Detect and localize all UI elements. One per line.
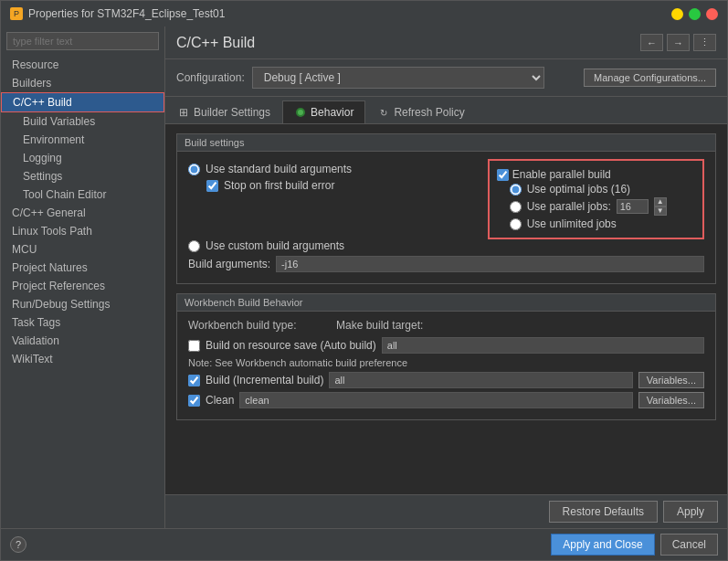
sidebar-item-logging[interactable]: Logging (1, 149, 164, 167)
stop-on-error-checkbox[interactable] (206, 180, 218, 192)
tab-builder-settings[interactable]: ⊞ Builder Settings (165, 101, 282, 123)
workbench-content: Workbench build type: Make build target:… (177, 312, 715, 419)
spin-buttons: ▲ ▼ (654, 197, 667, 216)
spin-up[interactable]: ▲ (654, 197, 667, 206)
config-row: Configuration: Debug [ Active ] Manage C… (165, 59, 727, 97)
footer-right: Apply and Close Cancel (551, 534, 718, 556)
title-bar-controls (671, 8, 718, 20)
parallel-jobs-row: Use parallel jobs: ▲ ▼ (510, 197, 695, 216)
forward-button[interactable]: → (667, 34, 690, 51)
use-custom-label: Use custom build arguments (206, 239, 344, 252)
config-label: Configuration: (176, 71, 245, 84)
manage-configurations-button[interactable]: Manage Configurations... (584, 69, 716, 87)
workbench-header: Workbench Build Behavior (177, 294, 715, 312)
maximize-button[interactable] (689, 8, 701, 20)
apply-and-close-button[interactable]: Apply and Close (551, 534, 654, 556)
parallel-jobs-radio[interactable] (510, 201, 522, 213)
incremental-build-checkbox[interactable] (188, 375, 200, 386)
tab-refresh-policy[interactable]: ↻ Refresh Policy (365, 101, 476, 123)
sidebar-item-cpp-general[interactable]: C/C++ General (1, 204, 164, 222)
green-circle-icon (294, 106, 307, 119)
sidebar-item-resource[interactable]: Resource (1, 56, 164, 74)
config-select[interactable]: Debug [ Active ] (252, 67, 544, 89)
stop-on-error-row: Stop on first build error (206, 179, 472, 192)
auto-build-input[interactable] (382, 337, 704, 354)
main-window: P Properties for STM32F4_Eclipse_Test01 … (0, 0, 728, 561)
optimal-jobs-label: Use optimal jobs (16) (527, 183, 630, 196)
parallel-options: Use optimal jobs (16) Use parallel jobs:… (510, 183, 695, 230)
sidebar-item-project-natures[interactable]: Project Natures (1, 259, 164, 277)
refresh-icon: ↻ (377, 106, 390, 119)
cancel-button[interactable]: Cancel (660, 534, 718, 556)
sidebar-item-builders[interactable]: Builders (1, 74, 164, 92)
title-bar-left: P Properties for STM32F4_Eclipse_Test01 (10, 7, 225, 20)
auto-build-checkbox[interactable] (188, 340, 200, 352)
enable-parallel-checkbox[interactable] (497, 169, 509, 181)
footer-left: ? (10, 536, 26, 553)
spin-down[interactable]: ▼ (654, 206, 667, 216)
parallel-jobs-input[interactable] (617, 199, 649, 214)
apply-button[interactable]: Apply (663, 501, 718, 523)
restore-defaults-button[interactable]: Restore Defaults (549, 501, 658, 523)
workbench-section: Workbench Build Behavior Workbench build… (176, 293, 716, 420)
stop-on-error-label: Stop on first build error (224, 179, 334, 192)
auto-build-row: Build on resource save (Auto build) (188, 337, 704, 354)
tab-refresh-policy-label: Refresh Policy (394, 106, 464, 119)
tab-behavior[interactable]: Behavior (282, 101, 365, 123)
unlimited-jobs-row: Use unlimited jobs (510, 217, 695, 230)
right-panel: C/C++ Build ← → ⋮ Configuration: Debug [… (165, 26, 727, 528)
sidebar-item-build-variables[interactable]: Build Variables (1, 112, 164, 131)
clean-row: Clean Variables... (188, 392, 704, 408)
build-args-input[interactable] (276, 256, 704, 272)
sidebar-item-wikitext[interactable]: WikiText (1, 350, 164, 368)
optimal-jobs-radio[interactable] (510, 184, 522, 196)
minimize-button[interactable] (671, 8, 683, 20)
use-standard-row: Use standard build arguments (188, 163, 472, 175)
clean-input[interactable] (239, 392, 632, 408)
footer-bar: ? Apply and Close Cancel (1, 528, 727, 560)
bottom-bar: Restore Defaults Apply (165, 494, 727, 528)
sidebar-item-mcu[interactable]: MCU (1, 240, 164, 259)
content-area: Build settings Use standard build argume… (165, 124, 727, 494)
close-button[interactable] (706, 8, 718, 20)
back-button[interactable]: ← (640, 34, 663, 51)
tab-builder-settings-label: Builder Settings (194, 106, 270, 119)
unlimited-jobs-radio[interactable] (510, 218, 522, 230)
grid-icon: ⊞ (177, 106, 190, 119)
variables-button-1[interactable]: Variables... (638, 372, 704, 388)
use-custom-row: Use custom build arguments (188, 239, 704, 252)
panel-nav: ← → ⋮ (640, 34, 716, 51)
build-args-label: Build arguments: (188, 258, 270, 270)
use-standard-radio[interactable] (188, 164, 200, 175)
sidebar-item-run-debug-settings[interactable]: Run/Debug Settings (1, 295, 164, 313)
build-args-row: Build arguments: (188, 256, 704, 272)
workbench-type-label: Workbench build type: (188, 319, 325, 332)
sidebar: Resource Builders C/C++ Build Build Vari… (1, 26, 165, 528)
main-content: Resource Builders C/C++ Build Build Vari… (1, 26, 727, 528)
sidebar-item-project-references[interactable]: Project References (1, 277, 164, 295)
sidebar-item-linux-tools-path[interactable]: Linux Tools Path (1, 222, 164, 240)
sidebar-item-settings[interactable]: Settings (1, 167, 164, 185)
variables-button-2[interactable]: Variables... (638, 392, 704, 408)
parallel-jobs-label: Use parallel jobs: (527, 200, 611, 213)
incremental-build-input[interactable] (329, 372, 632, 388)
optimal-jobs-row: Use optimal jobs (16) (510, 183, 695, 196)
panel-header: C/C++ Build ← → ⋮ (165, 26, 727, 59)
sidebar-item-environment[interactable]: Environment (1, 131, 164, 149)
filter-input[interactable] (6, 32, 159, 50)
use-custom-radio[interactable] (188, 240, 200, 252)
sidebar-item-task-tags[interactable]: Task Tags (1, 313, 164, 332)
menu-button[interactable]: ⋮ (693, 34, 716, 51)
incremental-build-label: Build (Incremental build) (206, 374, 323, 386)
title-bar: P Properties for STM32F4_Eclipse_Test01 (1, 1, 727, 26)
tab-behavior-label: Behavior (311, 106, 353, 119)
sidebar-item-tool-chain-editor[interactable]: Tool Chain Editor (1, 185, 164, 204)
panel-title: C/C++ Build (176, 35, 255, 51)
sidebar-item-cpp-build[interactable]: C/C++ Build (1, 92, 164, 112)
clean-label: Clean (206, 394, 234, 407)
sidebar-item-validation[interactable]: Validation (1, 332, 164, 350)
custom-section: Use custom build arguments Build argumen… (188, 239, 704, 272)
clean-checkbox[interactable] (188, 395, 200, 407)
parallel-build-box: Enable parallel build Use optimal jobs (… (488, 159, 704, 239)
help-button[interactable]: ? (10, 536, 26, 553)
